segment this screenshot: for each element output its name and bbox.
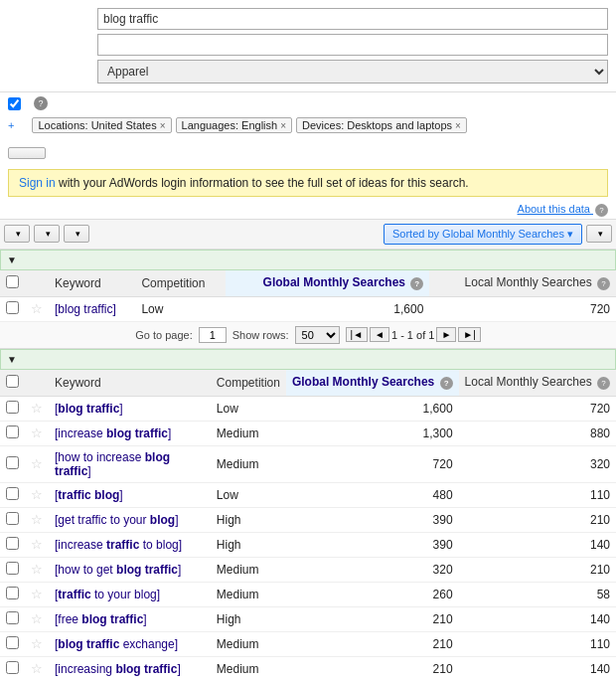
row-checkbox[interactable] <box>6 301 19 314</box>
global-cell: 480 <box>286 482 459 507</box>
row-checkbox[interactable] <box>6 636 19 649</box>
keyword-link[interactable]: [get traffic to your blog] <box>55 513 179 527</box>
table-row: ☆ [blog traffic] Low 1,600 720 <box>0 396 616 421</box>
about-this-data-link[interactable]: About this data ? <box>0 201 616 219</box>
global-info-icon-ki[interactable]: ? <box>440 377 453 390</box>
star-icon[interactable]: ☆ <box>31 537 43 552</box>
show-rows-select[interactable]: 50 100 25 <box>295 326 340 344</box>
keyword-link[interactable]: [traffic blog] <box>55 488 123 502</box>
row-checkbox[interactable] <box>6 661 19 674</box>
local-cell: 110 <box>459 482 616 507</box>
star-icon[interactable]: ☆ <box>31 401 43 416</box>
keyword-link[interactable]: [blog traffic] <box>55 302 116 316</box>
star-icon[interactable]: ☆ <box>31 426 43 440</box>
row-checkbox[interactable] <box>6 587 19 599</box>
show-rows-label: Show rows: <box>232 329 289 341</box>
keyword-link[interactable]: [blog traffic] <box>55 402 123 416</box>
keyword-link[interactable]: [traffic to your blog] <box>55 588 160 601</box>
prev-page-button[interactable]: ◄ <box>370 327 389 342</box>
keyword-link[interactable]: [how to get blog traffic] <box>55 563 181 577</box>
pagination-row: Go to page: Show rows: 50 100 25 |◄ ◄ 1 … <box>0 322 616 349</box>
local-info-icon-ki[interactable]: ? <box>597 377 610 390</box>
search-terms-section-header[interactable]: ▼ <box>0 250 616 270</box>
toolbar: ▾ ▾ ▾ Sorted by Global Monthly Searches … <box>0 219 616 250</box>
row-checkbox[interactable] <box>6 562 19 575</box>
table-row: ☆ [increasing blog traffic] Medium 210 1… <box>0 656 616 681</box>
col-global-ki: Global Monthly Searches ? <box>286 370 459 397</box>
select-all-st-checkbox[interactable] <box>6 275 19 288</box>
filter-tag-locations: Locations: United States × <box>32 117 171 133</box>
search-terms-table: Keyword Competition Global Monthly Searc… <box>0 270 616 322</box>
star-icon[interactable]: ☆ <box>31 636 43 651</box>
keyword-link[interactable]: [increase traffic to blog] <box>55 538 182 552</box>
local-cell: 110 <box>459 631 616 656</box>
about-info-icon[interactable]: ? <box>595 204 608 217</box>
last-page-button[interactable]: ►| <box>458 327 481 342</box>
next-page-button[interactable]: ► <box>436 327 456 342</box>
sort-button[interactable]: Sorted by Global Monthly Searches ▾ <box>384 224 582 245</box>
star-icon[interactable]: ☆ <box>31 562 43 577</box>
checkbox-help-icon[interactable]: ? <box>34 96 48 110</box>
col-star-st <box>25 270 49 297</box>
select-all-ki-checkbox[interactable] <box>6 375 19 388</box>
more-like-these-arrow-icon: ▾ <box>76 229 80 239</box>
global-cell: 390 <box>286 507 459 532</box>
global-cell: 320 <box>286 557 459 582</box>
competition-cell: High <box>211 606 286 631</box>
row-checkbox[interactable] <box>6 537 19 550</box>
row-checkbox[interactable] <box>6 611 19 624</box>
col-keyword-st: Keyword <box>49 270 135 297</box>
competition-cell: Medium <box>211 582 286 606</box>
filter-tag-devices: Devices: Desktops and laptops × <box>296 117 467 133</box>
global-cell: 390 <box>286 532 459 557</box>
view-as-text-button[interactable]: ▾ <box>34 225 60 243</box>
signin-text: with your AdWords login information to s… <box>56 176 469 190</box>
keyword-link[interactable]: [free blog traffic] <box>55 612 147 626</box>
related-ideas-checkbox[interactable] <box>8 97 21 110</box>
first-page-button[interactable]: |◄ <box>346 327 369 342</box>
advanced-expand-icon[interactable]: + <box>8 119 14 131</box>
keyword-link[interactable]: [increase blog traffic] <box>55 426 171 440</box>
signin-link[interactable]: Sign in <box>19 176 56 190</box>
row-checkbox[interactable] <box>6 487 19 500</box>
row-checkbox[interactable] <box>6 512 19 525</box>
category-select[interactable]: Apparel <box>97 60 608 84</box>
star-icon[interactable]: ☆ <box>31 587 43 601</box>
competition-cell: Low <box>135 296 225 321</box>
col-local-ki: Local Monthly Searches ? <box>459 370 616 397</box>
local-cell: 720 <box>429 296 616 321</box>
more-like-these-button[interactable]: ▾ <box>64 225 89 243</box>
download-button[interactable]: ▾ <box>4 225 30 243</box>
search-button[interactable] <box>8 147 46 159</box>
filter-tag-locations-close[interactable]: × <box>160 120 166 131</box>
keyword-link[interactable]: [blog traffic exchange] <box>55 637 178 651</box>
row-checkbox[interactable] <box>6 456 19 469</box>
sort-label: Sorted by Global Monthly Searches <box>392 228 564 240</box>
page-nav: |◄ ◄ 1 - 1 of 1 ► ►| <box>346 327 481 342</box>
row-checkbox[interactable] <box>6 401 19 414</box>
global-info-icon-st[interactable]: ? <box>410 277 423 290</box>
website-input[interactable] <box>97 34 608 56</box>
columns-button[interactable]: ▾ <box>586 225 612 243</box>
filter-tag-languages-close[interactable]: × <box>280 120 286 131</box>
local-info-icon-st[interactable]: ? <box>597 277 610 290</box>
table-row: ☆ [free blog traffic] High 210 140 <box>0 606 616 631</box>
signin-banner: Sign in with your AdWords login informat… <box>8 169 608 197</box>
star-icon[interactable]: ☆ <box>31 611 43 626</box>
competition-cell: Medium <box>211 421 286 445</box>
row-checkbox[interactable] <box>6 426 19 438</box>
keyword-link[interactable]: [increasing blog traffic] <box>55 662 181 676</box>
star-icon[interactable]: ☆ <box>31 487 43 502</box>
star-icon[interactable]: ☆ <box>31 301 43 316</box>
competition-cell: Medium <box>211 656 286 681</box>
table-row: ☆ [increase traffic to blog] High 390 14… <box>0 532 616 557</box>
filter-tag-devices-close[interactable]: × <box>455 120 461 131</box>
star-icon[interactable]: ☆ <box>31 661 43 676</box>
local-cell: 140 <box>459 606 616 631</box>
page-input[interactable] <box>199 327 227 343</box>
star-icon[interactable]: ☆ <box>31 512 43 527</box>
star-icon[interactable]: ☆ <box>31 456 43 471</box>
keyword-ideas-section-header[interactable]: ▼ <box>0 349 616 370</box>
word-or-phrase-input[interactable] <box>97 8 608 30</box>
keyword-link[interactable]: [how to increase blog traffic] <box>55 450 170 478</box>
